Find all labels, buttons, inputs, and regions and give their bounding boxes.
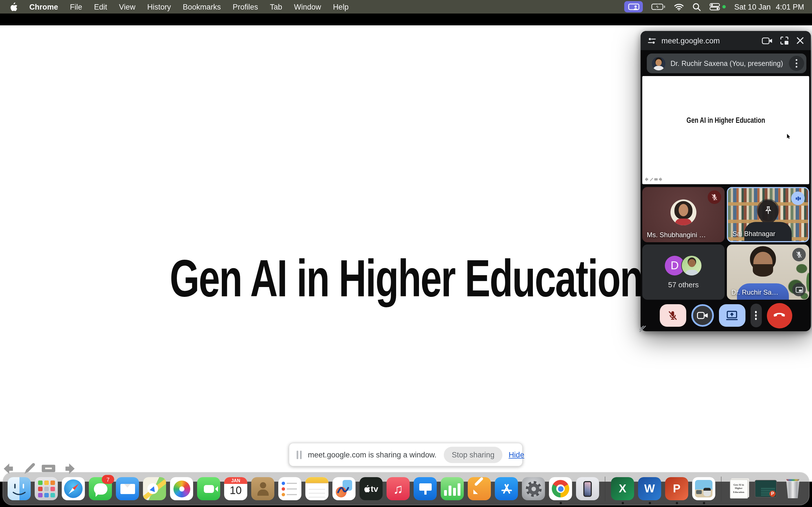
messages-badge: 7 (102, 475, 114, 484)
music-note-icon: ♫ (393, 481, 403, 497)
camera-toggle-icon[interactable] (762, 37, 772, 44)
dock-contacts[interactable] (251, 477, 274, 500)
spotlight-search-icon[interactable] (693, 3, 701, 11)
clock-time: 4:01 PM (776, 3, 804, 11)
menu-file[interactable]: File (70, 3, 82, 11)
clock-date: Sat 10 Jan (734, 3, 770, 11)
mic-muted-icon (708, 190, 721, 204)
camera-on-button[interactable] (691, 304, 714, 327)
microphone-muted-button[interactable] (659, 304, 686, 327)
present-screen-button[interactable] (719, 304, 745, 327)
others-count: 57 others (668, 281, 699, 289)
menu-view[interactable]: View (119, 3, 135, 11)
dock-launchpad[interactable] (35, 477, 58, 500)
menu-app-name[interactable]: Chrome (29, 3, 58, 11)
avatar (670, 200, 696, 225)
battery-icon[interactable] (651, 3, 665, 10)
end-call-button[interactable] (767, 303, 792, 328)
stop-sharing-button[interactable]: Stop sharing (444, 446, 502, 463)
menu-tab[interactable]: Tab (270, 3, 282, 11)
menu-profiles[interactable]: Profiles (233, 3, 258, 11)
menu-edit[interactable]: Edit (94, 3, 107, 11)
close-icon[interactable] (796, 37, 804, 45)
dock-calendar[interactable]: JAN 10 (224, 477, 247, 500)
dock-pages[interactable] (468, 477, 491, 500)
menu-help[interactable]: Help (333, 3, 349, 11)
screen-sharing-indicator[interactable] (624, 1, 643, 12)
presenter-avatar (652, 57, 665, 70)
window-resize-handle[interactable] (639, 325, 646, 332)
dock-keynote[interactable] (414, 477, 437, 500)
more-options-button[interactable] (750, 304, 762, 327)
mouse-cursor-icon (787, 133, 791, 139)
avatar-photo (681, 255, 702, 276)
meet-titlebar[interactable]: meet.google.com (641, 31, 811, 50)
preview-presenter-controls (645, 177, 663, 182)
participant-tile-ruchir[interactable]: Dr. Ruchir Sa… (727, 244, 809, 300)
meet-window-title: meet.google.com (661, 36, 757, 45)
presenting-label: Dr. Ruchir Saxena (You, presenting) (670, 59, 784, 67)
participant-tile-shubhangini[interactable]: Ms. Shubhangini … (642, 187, 725, 242)
presenting-banner: Dr. Ruchir Saxena (You, presenting) (647, 54, 806, 73)
dock-minimized-powerpoint-window[interactable]: P (754, 477, 777, 500)
dock-numbers[interactable] (441, 477, 464, 500)
sharing-message: meet.google.com is sharing a window. (308, 450, 437, 459)
call-controls (641, 302, 811, 329)
apple-menu-icon[interactable] (10, 2, 17, 11)
dock-word[interactable]: W (638, 477, 661, 500)
dock-mail[interactable] (116, 477, 139, 500)
dock-facetime[interactable] (197, 477, 220, 500)
preview-slide-title: Gen AI in Higher Education (642, 115, 809, 125)
menubar-clock[interactable]: Sat 10 Jan 4:01 PM (734, 3, 804, 11)
menu-history[interactable]: History (147, 3, 171, 11)
control-center-icon[interactable] (709, 3, 720, 11)
picture-in-picture-icon[interactable] (792, 283, 806, 296)
dock-chrome[interactable] (549, 477, 572, 500)
status-green-dot (722, 5, 726, 8)
menu-bookmarks[interactable]: Bookmarks (183, 3, 221, 11)
dock-apple-tv[interactable]: tv (359, 477, 383, 500)
dock-document-stack[interactable]: Gen AI in Higher Education (727, 477, 750, 500)
dock-excel[interactable]: X (611, 477, 634, 500)
dock-reminders[interactable] (278, 477, 301, 500)
dock-music[interactable]: ♫ (387, 477, 410, 500)
participant-name: Dr. Ruchir Sa… (731, 288, 778, 296)
participant-tile-others[interactable]: D 57 others (642, 244, 725, 300)
slide-letterbox-top (0, 13, 812, 25)
wifi-icon[interactable] (674, 3, 684, 10)
dock-maps[interactable] (143, 477, 166, 500)
dock-app-store[interactable] (495, 477, 518, 500)
meet-pip-window: meet.google.com Dr. Ruchir Saxena (You, … (641, 31, 811, 331)
dock: 7 JAN 10 tv ♫ (3, 472, 809, 505)
pin-icon[interactable] (757, 199, 779, 222)
dock-photos[interactable] (170, 477, 193, 500)
dock-notes[interactable] (305, 477, 328, 500)
dock-finder[interactable] (8, 477, 31, 500)
participant-name: Sai Bhatnagar (732, 230, 775, 238)
participant-name: Ms. Shubhangini … (647, 231, 706, 239)
hide-link[interactable]: Hide (509, 450, 524, 459)
dock-safari[interactable] (62, 477, 85, 500)
back-to-tab-icon[interactable] (780, 36, 789, 45)
dock-system-settings[interactable] (522, 477, 545, 500)
participant-tile-sai-bhatnagar[interactable]: Sai Bhatnagar (727, 187, 809, 242)
dock-divider (721, 476, 721, 501)
desktop: Chrome File Edit View History Bookmarks … (0, 0, 812, 507)
dock-iphone-mirroring[interactable] (576, 477, 599, 500)
menu-bar: Chrome File Edit View History Bookmarks … (0, 0, 812, 13)
participant-grid: Ms. Shubhangini … Sai Bhatnagar D (642, 187, 809, 300)
chrome-sharing-banner: meet.google.com is sharing a window. Sto… (289, 443, 523, 466)
sharing-indicator-icon (297, 450, 302, 459)
mic-muted-icon (792, 248, 806, 262)
menu-window[interactable]: Window (294, 3, 321, 11)
dock-messages[interactable]: 7 (89, 477, 112, 500)
shared-slide-preview: Gen AI in Higher Education (642, 76, 809, 184)
dock-powerpoint[interactable]: P (665, 477, 688, 500)
pip-settings-icon[interactable] (647, 37, 656, 44)
dock-freeform[interactable] (333, 477, 356, 500)
audio-level-icon (791, 191, 805, 205)
stacked-avatars: D (665, 255, 702, 276)
dock-preview[interactable] (692, 477, 715, 500)
banner-more-options-button[interactable] (789, 56, 804, 71)
dock-trash[interactable] (781, 477, 804, 500)
